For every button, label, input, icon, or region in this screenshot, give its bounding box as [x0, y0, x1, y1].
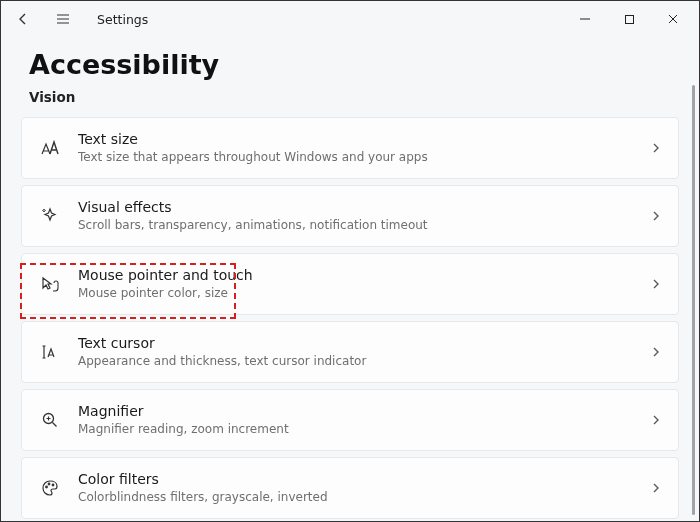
setting-item-title: Visual effects [78, 198, 650, 217]
back-button[interactable] [5, 3, 41, 35]
setting-item-color-filters[interactable]: Color filters Colorblindness filters, gr… [21, 457, 679, 519]
maximize-button[interactable] [607, 3, 651, 35]
sparkle-icon [36, 207, 64, 225]
hamburger-icon [55, 11, 71, 27]
svg-rect-0 [625, 15, 633, 23]
palette-icon [36, 479, 64, 497]
setting-item-title: Text cursor [78, 334, 650, 353]
setting-item-text-size[interactable]: Text size Text size that appears through… [21, 117, 679, 179]
chevron-right-icon [650, 343, 662, 362]
setting-item-mouse-pointer-touch[interactable]: Mouse pointer and touch Mouse pointer co… [21, 253, 679, 315]
svg-point-3 [48, 483, 50, 485]
menu-button[interactable] [45, 3, 81, 35]
scrollbar[interactable] [692, 85, 695, 515]
minimize-icon [579, 13, 591, 25]
setting-item-visual-effects[interactable]: Visual effects Scroll bars, transparency… [21, 185, 679, 247]
titlebar: Settings [1, 1, 699, 37]
setting-item-title: Text size [78, 130, 650, 149]
arrow-left-icon [15, 11, 31, 27]
setting-item-subtitle: Scroll bars, transparency, animations, n… [78, 218, 650, 234]
setting-item-title: Color filters [78, 470, 650, 489]
minimize-button[interactable] [563, 3, 607, 35]
setting-item-title: Mouse pointer and touch [78, 266, 650, 285]
cursor-tap-icon [36, 275, 64, 293]
chevron-right-icon [650, 207, 662, 226]
setting-item-subtitle: Appearance and thickness, text cursor in… [78, 354, 650, 370]
svg-point-2 [46, 486, 48, 488]
chevron-right-icon [650, 479, 662, 498]
close-button[interactable] [651, 3, 695, 35]
chevron-right-icon [650, 275, 662, 294]
close-icon [667, 13, 679, 25]
svg-point-4 [52, 484, 54, 486]
app-name-label: Settings [97, 12, 148, 27]
chevron-right-icon [650, 411, 662, 430]
setting-item-title: Magnifier [78, 402, 650, 421]
setting-item-subtitle: Text size that appears throughout Window… [78, 150, 650, 166]
setting-item-subtitle: Magnifier reading, zoom increment [78, 422, 650, 438]
setting-item-magnifier[interactable]: Magnifier Magnifier reading, zoom increm… [21, 389, 679, 451]
section-label-vision: Vision [21, 85, 679, 117]
magnifier-icon [36, 411, 64, 429]
setting-item-subtitle: Colorblindness filters, grayscale, inver… [78, 490, 650, 506]
text-cursor-icon [36, 343, 64, 361]
maximize-icon [624, 14, 635, 25]
text-size-icon [36, 139, 64, 157]
setting-item-text-cursor[interactable]: Text cursor Appearance and thickness, te… [21, 321, 679, 383]
setting-item-subtitle: Mouse pointer color, size [78, 286, 650, 302]
content-scroll[interactable]: Vision Text size Text size that appears … [1, 85, 699, 519]
chevron-right-icon [650, 139, 662, 158]
